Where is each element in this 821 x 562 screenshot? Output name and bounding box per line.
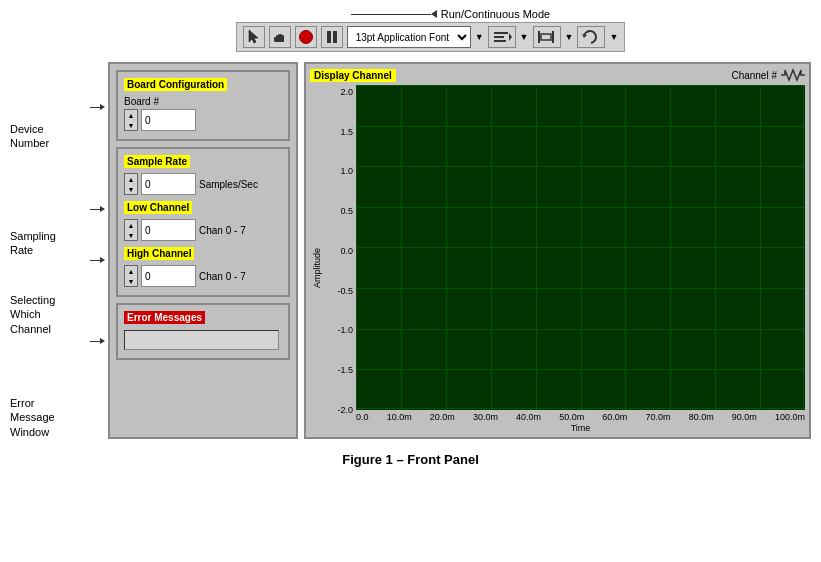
icon-btn-arrow1: ▼	[520, 32, 529, 42]
grid-v-8	[715, 85, 716, 410]
high-channel-spinner-down[interactable]: ▼	[125, 276, 137, 286]
board-number-spinner[interactable]: ▲ ▼	[124, 109, 138, 131]
svg-marker-0	[249, 30, 258, 43]
svg-rect-13	[552, 31, 554, 43]
channel-label-area: Channel #	[731, 68, 805, 82]
chart-body: 0.0 10.0m 20.0m 30.0m 40.0m 50.0m 60.0m …	[356, 85, 805, 433]
distribute-icon-btn[interactable]	[533, 26, 561, 48]
svg-rect-8	[494, 36, 504, 38]
font-dropdown-arrow: ▼	[475, 32, 484, 42]
high-channel-spinner[interactable]: ▲ ▼	[124, 265, 138, 287]
low-channel-unit: Chan 0 - 7	[199, 225, 246, 236]
board-number-input-row: ▲ ▼ 0	[124, 109, 282, 131]
sample-rate-spinner[interactable]: ▲ ▼	[124, 173, 138, 195]
chart-plot	[356, 85, 805, 410]
grid-v-4	[536, 85, 537, 410]
sample-rate-row: ▲ ▼ 0 Samples/Sec	[124, 173, 282, 195]
board-config-label: Board Configuration	[124, 78, 227, 91]
high-channel-unit: Chan 0 - 7	[199, 271, 246, 282]
low-channel-label: Low Channel	[124, 201, 192, 214]
grid-v-7	[670, 85, 671, 410]
svg-rect-6	[274, 37, 276, 42]
low-channel-field[interactable]: 0	[141, 219, 196, 241]
error-messages-label: Error Messages	[124, 311, 205, 324]
y-tick-5: 0.5	[340, 206, 353, 216]
rotate-icon-btn[interactable]	[577, 26, 605, 48]
svg-rect-11	[538, 31, 540, 43]
x-tick-8: 80.0m	[689, 412, 714, 422]
run-mode-label: Run/Continuous Mode	[441, 8, 550, 20]
font-selector[interactable]: 8pt Application Font10pt Application Fon…	[347, 26, 471, 48]
y-tick-0: -2.0	[337, 405, 353, 415]
x-tick-0: 0.0	[356, 412, 369, 422]
run-button[interactable]	[295, 26, 317, 48]
board-number-label: Board #	[124, 96, 282, 107]
main-area: DeviceNumber SamplingRate SelectingWhich…	[0, 52, 821, 444]
sample-rate-label: Sample Rate	[124, 155, 190, 168]
svg-marker-14	[582, 34, 587, 38]
sampling-rate-label: SamplingRate	[10, 229, 90, 258]
svg-rect-5	[276, 40, 284, 42]
x-axis-label: Time	[356, 423, 805, 433]
sample-rate-spinner-up[interactable]: ▲	[125, 174, 137, 184]
x-tick-10: 100.0m	[775, 412, 805, 422]
sample-rate-unit: Samples/Sec	[199, 179, 258, 190]
grid-v-1	[401, 85, 402, 410]
y-tick-4: 0.0	[340, 246, 353, 256]
y-tick-1: -1.5	[337, 365, 353, 375]
svg-marker-10	[509, 33, 512, 41]
x-tick-6: 60.0m	[602, 412, 627, 422]
channel-label-text: Channel #	[731, 70, 777, 81]
x-tick-4: 40.0m	[516, 412, 541, 422]
board-number-field[interactable]: 0	[141, 109, 196, 131]
y-tick-2: -1.0	[337, 325, 353, 335]
y-tick-7: 1.5	[340, 127, 353, 137]
chart-header: Display Channel Channel #	[310, 68, 805, 82]
spinner-down[interactable]: ▼	[125, 120, 137, 130]
y-tick-8: 2.0	[340, 87, 353, 97]
low-channel-spinner-up[interactable]: ▲	[125, 220, 137, 230]
grid-v-5	[581, 85, 582, 410]
x-tick-1: 10.0m	[387, 412, 412, 422]
acquisition-panel: Sample Rate ▲ ▼ 0 Samples/Sec Low Channe…	[116, 147, 290, 297]
high-channel-row: ▲ ▼ 0 Chan 0 - 7	[124, 265, 282, 287]
x-tick-2: 20.0m	[430, 412, 455, 422]
run-mode-arrow-head	[431, 10, 437, 18]
label-arrows	[90, 62, 108, 439]
chart-title: Display Channel	[310, 69, 396, 82]
device-number-label: DeviceNumber	[10, 122, 90, 151]
align-icon-btn[interactable]	[488, 26, 516, 48]
high-channel-label: High Channel	[124, 247, 194, 260]
cursor-icon-btn[interactable]	[243, 26, 265, 48]
chart-area: Display Channel Channel # Amplitude 2.0 …	[304, 62, 811, 439]
board-config-panel: Board Configuration Board # ▲ ▼ 0	[116, 70, 290, 141]
grid-v-6	[625, 85, 626, 410]
icon-btn-arrow3: ▼	[609, 32, 618, 42]
toolbar: 8pt Application Font10pt Application Fon…	[236, 22, 626, 52]
grid-v-9	[760, 85, 761, 410]
high-channel-spinner-up[interactable]: ▲	[125, 266, 137, 276]
x-tick-9: 90.0m	[732, 412, 757, 422]
low-channel-row: ▲ ▼ 0 Chan 0 - 7	[124, 219, 282, 241]
pause-button[interactable]	[321, 26, 343, 48]
low-channel-spinner-down[interactable]: ▼	[125, 230, 137, 240]
x-axis-ticks: 0.0 10.0m 20.0m 30.0m 40.0m 50.0m 60.0m …	[356, 410, 805, 422]
y-axis-label: Amplitude	[310, 85, 324, 433]
toolbar-area: Run/Continuous Mode	[0, 0, 821, 52]
waveform-icon	[781, 68, 805, 82]
low-channel-spinner[interactable]: ▲ ▼	[124, 219, 138, 241]
left-panel: Board Configuration Board # ▲ ▼ 0 Sample…	[108, 62, 298, 439]
x-tick-7: 70.0m	[645, 412, 670, 422]
channel-select-label: SelectingWhichChannel	[10, 293, 90, 336]
spinner-up[interactable]: ▲	[125, 110, 137, 120]
high-channel-field[interactable]: 0	[141, 265, 196, 287]
sample-rate-spinner-down[interactable]: ▼	[125, 184, 137, 194]
hand-icon-btn[interactable]	[269, 26, 291, 48]
x-tick-5: 50.0m	[559, 412, 584, 422]
svg-rect-12	[541, 34, 551, 40]
x-tick-3: 30.0m	[473, 412, 498, 422]
error-panel: Error Messages	[116, 303, 290, 360]
error-message-field	[124, 330, 279, 350]
y-axis-ticks: 2.0 1.5 1.0 0.5 0.0 -0.5 -1.0 -1.5 -2.0	[324, 85, 356, 433]
sample-rate-field[interactable]: 0	[141, 173, 196, 195]
